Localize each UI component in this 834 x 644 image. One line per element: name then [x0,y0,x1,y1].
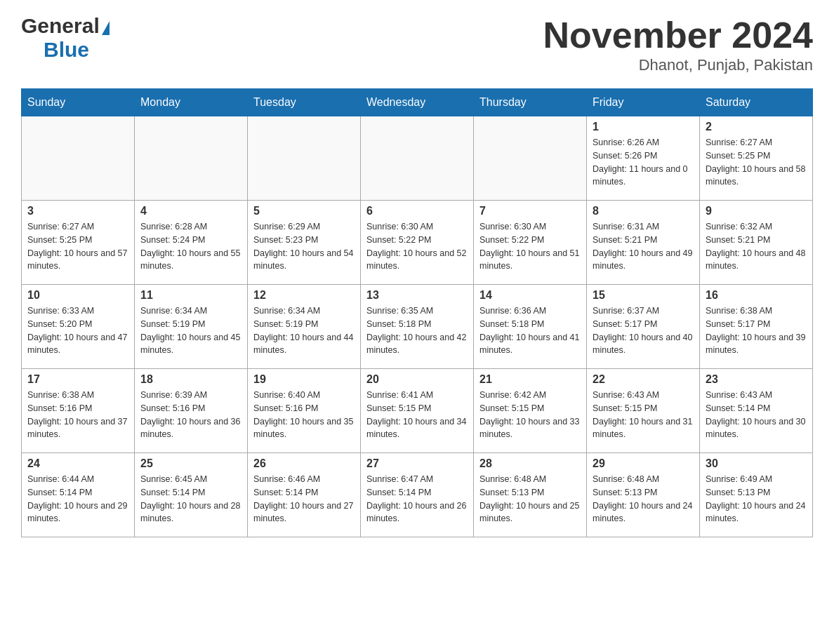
day-info: Sunrise: 6:38 AM Sunset: 5:16 PM Dayligh… [27,389,128,441]
calendar-cell: 23Sunrise: 6:43 AM Sunset: 5:14 PM Dayli… [700,369,813,453]
day-number: 19 [253,373,355,386]
calendar-cell: 7Sunrise: 6:30 AM Sunset: 5:22 PM Daylig… [474,201,587,285]
day-number: 21 [479,373,581,386]
day-number: 11 [140,289,241,302]
day-info: Sunrise: 6:45 AM Sunset: 5:14 PM Dayligh… [140,473,241,525]
calendar-cell [474,116,587,201]
day-info: Sunrise: 6:37 AM Sunset: 5:17 PM Dayligh… [593,304,694,357]
calendar-cell [248,116,361,201]
day-number: 26 [253,457,355,470]
calendar-cell: 4Sunrise: 6:28 AM Sunset: 5:24 PM Daylig… [135,201,248,285]
calendar-cell [361,116,474,201]
calendar-cell: 15Sunrise: 6:37 AM Sunset: 5:17 PM Dayli… [587,285,700,369]
calendar-cell: 8Sunrise: 6:31 AM Sunset: 5:21 PM Daylig… [587,201,700,285]
day-number: 1 [593,121,694,133]
calendar-cell: 9Sunrise: 6:32 AM Sunset: 5:21 PM Daylig… [700,201,813,285]
calendar-cell: 18Sunrise: 6:39 AM Sunset: 5:16 PM Dayli… [135,369,248,453]
day-info: Sunrise: 6:43 AM Sunset: 5:14 PM Dayligh… [706,389,807,441]
weekday-header-tuesday: Tuesday [248,89,361,116]
calendar-cell: 26Sunrise: 6:46 AM Sunset: 5:14 PM Dayli… [248,453,361,537]
weekday-header-thursday: Thursday [474,89,587,116]
title-section: November 2024 Dhanot, Punjab, Pakistan [543,14,813,74]
day-info: Sunrise: 6:30 AM Sunset: 5:22 PM Dayligh… [366,220,468,273]
week-row-2: 3Sunrise: 6:27 AM Sunset: 5:25 PM Daylig… [22,201,813,285]
day-number: 25 [140,457,241,470]
calendar-cell: 10Sunrise: 6:33 AM Sunset: 5:20 PM Dayli… [22,285,135,369]
day-info: Sunrise: 6:41 AM Sunset: 5:15 PM Dayligh… [366,389,468,441]
calendar-cell: 22Sunrise: 6:43 AM Sunset: 5:15 PM Dayli… [587,369,700,453]
calendar-cell: 25Sunrise: 6:45 AM Sunset: 5:14 PM Dayli… [135,453,248,537]
day-number: 18 [140,373,241,386]
day-info: Sunrise: 6:48 AM Sunset: 5:13 PM Dayligh… [593,473,694,525]
weekday-header-saturday: Saturday [700,89,813,116]
day-info: Sunrise: 6:35 AM Sunset: 5:18 PM Dayligh… [366,304,468,357]
week-row-3: 10Sunrise: 6:33 AM Sunset: 5:20 PM Dayli… [22,285,813,369]
day-info: Sunrise: 6:34 AM Sunset: 5:19 PM Dayligh… [140,304,241,357]
calendar-cell: 29Sunrise: 6:48 AM Sunset: 5:13 PM Dayli… [587,453,700,537]
day-number: 28 [479,457,581,470]
calendar-cell: 27Sunrise: 6:47 AM Sunset: 5:14 PM Dayli… [361,453,474,537]
day-number: 3 [27,205,128,217]
calendar-cell: 24Sunrise: 6:44 AM Sunset: 5:14 PM Dayli… [22,453,135,537]
weekday-header-sunday: Sunday [22,89,135,116]
calendar-cell: 30Sunrise: 6:49 AM Sunset: 5:13 PM Dayli… [700,453,813,537]
weekday-header-friday: Friday [587,89,700,116]
day-info: Sunrise: 6:40 AM Sunset: 5:16 PM Dayligh… [253,389,355,441]
day-number: 13 [366,289,468,302]
calendar-cell: 12Sunrise: 6:34 AM Sunset: 5:19 PM Dayli… [248,285,361,369]
day-number: 22 [593,373,694,386]
logo: General Blue [21,14,110,62]
day-info: Sunrise: 6:29 AM Sunset: 5:23 PM Dayligh… [253,220,355,273]
day-number: 17 [27,373,128,386]
logo-general-text: General [21,14,100,38]
calendar-cell: 16Sunrise: 6:38 AM Sunset: 5:17 PM Dayli… [700,285,813,369]
calendar-cell: 14Sunrise: 6:36 AM Sunset: 5:18 PM Dayli… [474,285,587,369]
day-number: 10 [27,289,128,302]
day-info: Sunrise: 6:30 AM Sunset: 5:22 PM Dayligh… [479,220,581,273]
week-row-1: 1Sunrise: 6:26 AM Sunset: 5:26 PM Daylig… [22,116,813,201]
calendar-cell: 6Sunrise: 6:30 AM Sunset: 5:22 PM Daylig… [361,201,474,285]
day-info: Sunrise: 6:32 AM Sunset: 5:21 PM Dayligh… [706,220,807,273]
calendar-table: SundayMondayTuesdayWednesdayThursdayFrid… [21,88,813,537]
day-info: Sunrise: 6:42 AM Sunset: 5:15 PM Dayligh… [479,389,581,441]
day-info: Sunrise: 6:44 AM Sunset: 5:14 PM Dayligh… [27,473,128,525]
logo-blue-text: Blue [44,38,89,61]
page-header: General Blue November 2024 Dhanot, Punja… [21,14,813,74]
calendar-cell: 13Sunrise: 6:35 AM Sunset: 5:18 PM Dayli… [361,285,474,369]
day-number: 4 [140,205,241,217]
week-row-5: 24Sunrise: 6:44 AM Sunset: 5:14 PM Dayli… [22,453,813,537]
calendar-cell: 2Sunrise: 6:27 AM Sunset: 5:25 PM Daylig… [700,116,813,201]
day-number: 8 [593,205,694,217]
day-number: 9 [706,205,807,217]
calendar-cell [135,116,248,201]
day-number: 16 [706,289,807,302]
week-row-4: 17Sunrise: 6:38 AM Sunset: 5:16 PM Dayli… [22,369,813,453]
calendar-cell: 19Sunrise: 6:40 AM Sunset: 5:16 PM Dayli… [248,369,361,453]
day-number: 27 [366,457,468,470]
day-number: 12 [253,289,355,302]
day-number: 2 [706,121,807,133]
day-number: 7 [479,205,581,217]
day-number: 29 [593,457,694,470]
day-number: 23 [706,373,807,386]
day-info: Sunrise: 6:43 AM Sunset: 5:15 PM Dayligh… [593,389,694,441]
calendar-cell: 20Sunrise: 6:41 AM Sunset: 5:15 PM Dayli… [361,369,474,453]
day-info: Sunrise: 6:27 AM Sunset: 5:25 PM Dayligh… [27,220,128,273]
day-info: Sunrise: 6:48 AM Sunset: 5:13 PM Dayligh… [479,473,581,525]
day-number: 6 [366,205,468,217]
calendar-cell: 1Sunrise: 6:26 AM Sunset: 5:26 PM Daylig… [587,116,700,201]
weekday-header-row: SundayMondayTuesdayWednesdayThursdayFrid… [22,89,813,116]
calendar-cell: 11Sunrise: 6:34 AM Sunset: 5:19 PM Dayli… [135,285,248,369]
day-number: 5 [253,205,355,217]
day-info: Sunrise: 6:49 AM Sunset: 5:13 PM Dayligh… [706,473,807,525]
logo-triangle-icon [102,21,110,35]
month-title: November 2024 [543,14,813,56]
day-info: Sunrise: 6:28 AM Sunset: 5:24 PM Dayligh… [140,220,241,273]
day-info: Sunrise: 6:27 AM Sunset: 5:25 PM Dayligh… [706,136,807,189]
day-number: 14 [479,289,581,302]
day-info: Sunrise: 6:39 AM Sunset: 5:16 PM Dayligh… [140,389,241,441]
day-info: Sunrise: 6:34 AM Sunset: 5:19 PM Dayligh… [253,304,355,357]
calendar-cell: 5Sunrise: 6:29 AM Sunset: 5:23 PM Daylig… [248,201,361,285]
day-number: 20 [366,373,468,386]
day-info: Sunrise: 6:26 AM Sunset: 5:26 PM Dayligh… [593,136,694,189]
